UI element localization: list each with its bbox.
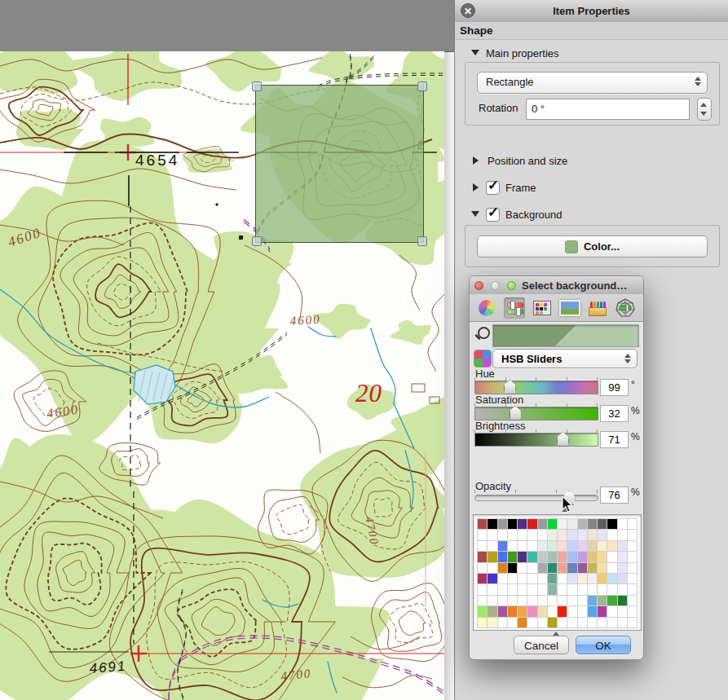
swatch-cell[interactable] bbox=[508, 519, 517, 529]
resize-handle-bottomright[interactable] bbox=[417, 236, 427, 246]
swatch-cell[interactable] bbox=[598, 541, 607, 551]
swatch-cell[interactable] bbox=[518, 596, 527, 605]
dialog-titlebar[interactable]: Select background… bbox=[470, 276, 643, 295]
brightness-slider[interactable] bbox=[474, 433, 598, 447]
swatch-cell[interactable] bbox=[518, 563, 527, 573]
step-up-icon[interactable] bbox=[700, 103, 707, 107]
color-model-icon[interactable] bbox=[474, 350, 492, 368]
swatch-cell[interactable] bbox=[607, 519, 616, 529]
swatch-cell[interactable] bbox=[538, 606, 547, 616]
color-palettes-icon[interactable] bbox=[532, 297, 553, 319]
brightness-value-field[interactable]: 71 bbox=[600, 431, 629, 448]
swatch-cell[interactable] bbox=[607, 530, 616, 539]
swatch-cell[interactable] bbox=[488, 530, 496, 539]
swatch-cell[interactable] bbox=[508, 618, 517, 627]
swatch-cell[interactable] bbox=[488, 584, 496, 594]
swatch-cell[interactable] bbox=[607, 618, 616, 627]
image-palettes-icon[interactable] bbox=[559, 297, 580, 319]
zoom-traffic-light-icon[interactable] bbox=[507, 281, 516, 290]
swatch-cell[interactable] bbox=[488, 618, 496, 627]
swatch-cell[interactable] bbox=[498, 596, 507, 605]
swatch-cell[interactable] bbox=[578, 552, 587, 561]
swatch-cell[interactable] bbox=[567, 584, 576, 594]
swatch-cell[interactable] bbox=[618, 606, 627, 616]
swatch-cell[interactable] bbox=[558, 552, 567, 561]
swatch-cell[interactable] bbox=[518, 519, 527, 529]
swatch-cell[interactable] bbox=[607, 574, 616, 583]
swatch-cell[interactable] bbox=[548, 519, 557, 529]
swatch-cell[interactable] bbox=[598, 606, 607, 616]
swatch-cell[interactable] bbox=[618, 552, 627, 561]
swatch-cell[interactable] bbox=[588, 606, 597, 616]
swatch-cell[interactable] bbox=[508, 541, 517, 551]
swatch-cell[interactable] bbox=[548, 606, 557, 616]
swatch-cell[interactable] bbox=[588, 563, 597, 573]
swatch-cell[interactable] bbox=[618, 618, 627, 627]
swatch-cell[interactable] bbox=[518, 618, 527, 627]
background-checkbox[interactable]: ✓ bbox=[486, 208, 500, 222]
swatch-cell[interactable] bbox=[607, 606, 616, 616]
swatch-cell[interactable] bbox=[628, 574, 637, 583]
swatch-cell[interactable] bbox=[527, 519, 536, 529]
swatch-cell[interactable] bbox=[618, 596, 627, 605]
color-wheel-icon[interactable] bbox=[476, 297, 497, 319]
swatch-cell[interactable] bbox=[618, 584, 627, 594]
collapse-caret-icon[interactable] bbox=[471, 211, 479, 217]
swatch-cell[interactable] bbox=[598, 519, 607, 529]
swatch-cell[interactable] bbox=[527, 541, 536, 551]
swatch-cell[interactable] bbox=[478, 563, 487, 573]
swatch-cell[interactable] bbox=[628, 606, 637, 616]
swatch-cell[interactable] bbox=[588, 519, 597, 529]
resize-handle-bottomleft[interactable] bbox=[252, 236, 262, 246]
swatch-cell[interactable] bbox=[498, 519, 507, 529]
swatch-cell[interactable] bbox=[567, 596, 576, 605]
swatch-cell[interactable] bbox=[478, 584, 487, 594]
swatch-cell[interactable] bbox=[488, 596, 496, 605]
swatch-cell[interactable] bbox=[628, 530, 637, 539]
swatch-cell[interactable] bbox=[588, 552, 597, 561]
swatch-cell[interactable] bbox=[488, 574, 496, 583]
swatch-cell[interactable] bbox=[588, 530, 597, 539]
swatch-cell[interactable] bbox=[488, 541, 496, 551]
resize-handle-topright[interactable] bbox=[417, 81, 427, 91]
swatch-cell[interactable] bbox=[538, 563, 547, 573]
swatch-cell[interactable] bbox=[607, 563, 616, 573]
swatch-cell[interactable] bbox=[538, 596, 547, 605]
saturation-value-field[interactable]: 32 bbox=[600, 405, 629, 422]
expand-caret-icon[interactable] bbox=[473, 156, 479, 165]
step-down-icon[interactable] bbox=[700, 112, 707, 116]
swatch-cell[interactable] bbox=[518, 530, 527, 539]
main-properties-row[interactable]: Main properties bbox=[455, 46, 728, 62]
swatch-cell[interactable] bbox=[558, 563, 567, 573]
swatch-cell[interactable] bbox=[567, 530, 576, 539]
swatch-cell[interactable] bbox=[598, 530, 607, 539]
swatch-cell[interactable] bbox=[498, 530, 507, 539]
swatch-cell[interactable] bbox=[478, 574, 487, 583]
swatch-cell[interactable] bbox=[567, 541, 576, 551]
background-color-button[interactable]: Color... bbox=[477, 236, 708, 258]
swatch-cell[interactable] bbox=[548, 563, 557, 573]
swatch-cell[interactable] bbox=[578, 596, 587, 605]
color-model-dropdown[interactable]: HSB Sliders bbox=[492, 349, 638, 368]
shape-type-dropdown[interactable]: Rectangle bbox=[477, 72, 708, 94]
position-size-row[interactable]: Position and size bbox=[455, 153, 728, 169]
opacity-value-field[interactable]: 76 bbox=[600, 486, 629, 504]
swatch-cell[interactable] bbox=[527, 618, 536, 627]
swatch-cell[interactable] bbox=[527, 530, 536, 539]
swatch-cell[interactable] bbox=[558, 606, 567, 616]
swatch-cell[interactable] bbox=[488, 519, 496, 529]
swatch-cell[interactable] bbox=[607, 541, 616, 551]
swatch-cell[interactable] bbox=[628, 596, 637, 605]
rotation-stepper[interactable] bbox=[697, 98, 712, 121]
swatch-cell[interactable] bbox=[478, 519, 487, 529]
swatch-cell[interactable] bbox=[548, 541, 557, 551]
swatch-cell[interactable] bbox=[558, 519, 567, 529]
swatch-cell[interactable] bbox=[607, 584, 616, 594]
frame-row[interactable]: ✓ Frame bbox=[455, 180, 728, 196]
saturation-slider[interactable] bbox=[474, 407, 598, 420]
swatch-cell[interactable] bbox=[488, 552, 496, 561]
swatch-cell[interactable] bbox=[508, 574, 517, 583]
color-sliders-icon[interactable] bbox=[504, 297, 525, 319]
expand-caret-icon[interactable] bbox=[473, 183, 479, 192]
swatch-cell[interactable] bbox=[478, 530, 487, 539]
